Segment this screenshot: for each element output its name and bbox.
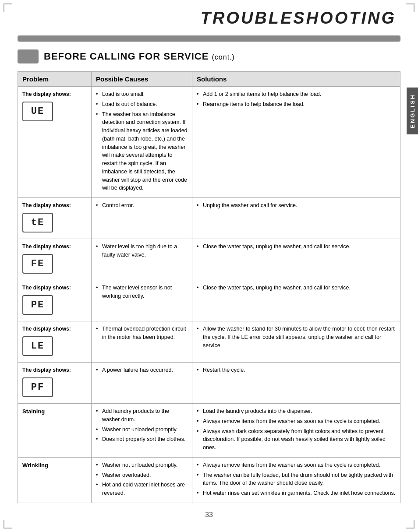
display-label: The display shows: [22,284,87,292]
causes-cell: Washer not unloaded promptly.Washer over… [92,457,192,503]
display-label: The display shows: [22,90,87,98]
table-header-row: Problem Possible Causes Solutions [18,72,400,87]
table-row: The display shows:UELoad is too small.Lo… [18,87,400,198]
lcd-code: UE [22,102,53,121]
solution-item: The washer can be fully loaded, but the … [197,471,396,488]
display-label: The display shows: [22,325,87,333]
causes-cell: A power failure has occurred. [92,363,192,404]
solution-item: Hot water rinse can set wrinkles in garm… [197,489,396,497]
solution-item: Load the laundry products into the dispe… [197,407,396,416]
causes-cell: Water level is too high due to a faulty … [92,239,192,280]
lcd-code: FE [22,254,53,274]
header-solutions: Solutions [192,72,400,87]
corner-mark-bl [4,520,12,528]
table-row: The display shows:PFA power failure has … [18,363,400,404]
lcd-code: PF [22,377,53,397]
section-title: BEFORE CALLING FOR SERVICE (cont.) [44,51,235,62]
section-header: BEFORE CALLING FOR SERVICE (cont.) [18,49,400,63]
causes-cell: Add laundry products to the washer drum.… [92,404,192,458]
lcd-code: PE [22,295,53,315]
solutions-cell: Add 1 or 2 similar items to help balance… [192,87,400,198]
lcd-code: LE [22,336,53,356]
corner-mark-tl [4,4,12,12]
solutions-cell: Close the water taps, unplug the washer,… [192,239,400,280]
problem-name: Staining [22,407,87,416]
cause-item: Washer not unloaded promptly. [96,461,188,469]
solution-item: Always remove items from the washer as s… [197,417,396,426]
display-label: The display shows: [22,201,87,209]
cause-item: Hot and cold water inlet hoses are rever… [96,481,188,497]
lcd-code: tE [22,213,53,233]
solution-item: Close the water taps, unplug the washer,… [197,284,396,292]
causes-cell: Thermal overload protection circuit in t… [92,321,192,363]
table-row: WrinklingWasher not unloaded promptly.Wa… [18,457,400,503]
page-number: 33 [18,511,400,519]
cause-item: Load is out of balance. [96,100,188,109]
problem-cell: The display shows:LE [18,321,92,363]
header-causes: Possible Causes [92,72,192,87]
solutions-cell: Always remove items from the washer as s… [192,457,400,503]
section-header-bar [18,49,39,63]
solution-item: Unplug the washer and call for service. [197,201,396,210]
solutions-cell: Allow the washer to stand for 30 minutes… [192,321,400,363]
display-label: The display shows: [22,243,87,250]
cause-item: The water level sensor is not working co… [96,284,188,300]
cause-item: Does not properly sort the clothes. [96,435,188,444]
page-title: TROUBLESHOOTING [18,9,400,28]
cause-item: Washer not unloaded promptly. [96,426,188,434]
problem-cell: The display shows:PE [18,280,92,321]
table-row: The display shows:LEThermal overload pro… [18,321,400,363]
table-row: StainingAdd laundry products to the wash… [18,404,400,458]
cause-item: Control error. [96,201,188,210]
causes-cell: The water level sensor is not working co… [92,280,192,321]
solution-item: Always wash dark colors separately from … [197,427,396,452]
table-row: The display shows:FEWater level is too h… [18,239,400,280]
display-label: The display shows: [22,366,87,374]
cause-item: Washer overloaded. [96,471,188,479]
cause-item: A power failure has occurred. [96,366,188,374]
solution-item: Restart the cycle. [197,366,396,374]
corner-mark-tr [406,4,414,12]
causes-cell: Load is too small.Load is out of balance… [92,87,192,198]
table-row: The display shows:PEThe water level sens… [18,280,400,321]
solutions-cell: Close the water taps, unplug the washer,… [192,280,400,321]
causes-cell: Control error. [92,198,192,239]
problem-name: Wrinkling [22,461,87,470]
cause-item: The washer has an imbalance detection an… [96,110,188,193]
problem-cell: Staining [18,404,92,458]
table-row: The display shows:tEControl error.Unplug… [18,198,400,239]
cause-item: Thermal overload protection circuit in t… [96,325,188,342]
language-sidebar: ENGLISH [407,88,418,134]
problem-cell: The display shows:UE [18,87,92,198]
solution-item: Rearrange items to help balance the load… [197,100,396,109]
solutions-cell: Load the laundry products into the dispe… [192,404,400,458]
problem-cell: The display shows:PF [18,363,92,404]
cause-item: Add laundry products to the washer drum. [96,407,188,424]
solution-item: Always remove items from the washer as s… [197,461,396,469]
cause-item: Water level is too high due to a faulty … [96,243,188,259]
solution-item: Close the water taps, unplug the washer,… [197,243,396,251]
problem-cell: The display shows:tE [18,198,92,239]
corner-mark-br [406,520,414,528]
troubleshooting-table: Problem Possible Causes Solutions The di… [18,71,400,503]
solutions-cell: Restart the cycle. [192,363,400,404]
problem-cell: Wrinkling [18,457,92,503]
solution-item: Add 1 or 2 similar items to help balance… [197,90,396,99]
solutions-cell: Unplug the washer and call for service. [192,198,400,239]
decorative-bar-top [18,35,400,42]
problem-cell: The display shows:FE [18,239,92,280]
header-problem: Problem [18,72,92,87]
cause-item: Load is too small. [96,90,188,99]
solution-item: Allow the washer to stand for 30 minutes… [197,325,396,349]
